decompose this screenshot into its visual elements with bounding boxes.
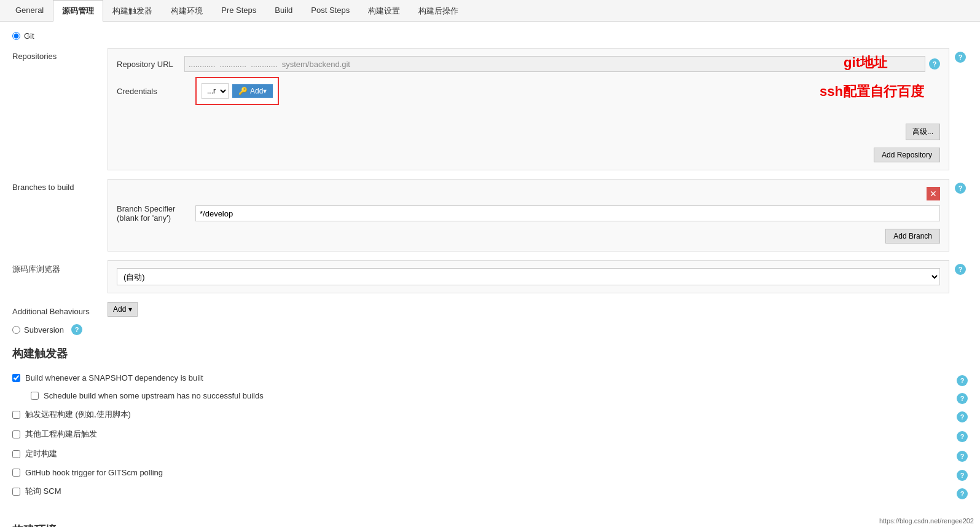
add-repository-button[interactable]: Add Repository [874, 148, 940, 162]
source-browser-help-icon[interactable]: ? [955, 264, 966, 275]
source-browser-select[interactable]: (自动) [117, 268, 940, 285]
tab-triggers[interactable]: 构建触发器 [103, 0, 162, 22]
tab-bar: General源码管理构建触发器构建环境Pre StepsBuildPost S… [0, 0, 980, 22]
trigger-snapshot-checkbox[interactable] [12, 374, 20, 382]
annotation-ssh: ssh配置自行百度 [820, 82, 924, 101]
repositories-section: Repositories Repository URL ? Credential… [12, 48, 968, 170]
advanced-row: 高级... [117, 124, 940, 144]
trigger-row-5: 轮询 SCM ? [12, 486, 968, 502]
trigger-poll-help-icon[interactable]: ? [957, 488, 968, 499]
additional-behaviours-row: Additional Behaviours Add ▾ [12, 302, 968, 317]
tab-source[interactable]: 源码管理 [53, 0, 103, 22]
trigger-remote-help-icon[interactable]: ? [957, 411, 968, 422]
trigger-github-help-icon[interactable]: ? [957, 470, 968, 481]
git-radio[interactable] [12, 32, 20, 40]
git-label: Git [24, 31, 34, 41]
add-credentials-button[interactable]: 🔑 Add▾ [232, 84, 273, 98]
tab-presteps[interactable]: Pre Steps [212, 0, 265, 22]
source-browser-help-col: ? [949, 260, 968, 275]
source-browser-content: (自动) [108, 260, 949, 293]
branches-content: ✕ Branch Specifier (blank for 'any') Add… [108, 179, 949, 252]
repo-url-help-icon[interactable]: ? [929, 58, 940, 69]
advanced-button[interactable]: 高级... [906, 124, 940, 140]
repositories-label: Repositories [12, 48, 108, 61]
dropdown-arrow-icon: ▾ [128, 305, 132, 314]
additional-behaviours-label: Additional Behaviours [12, 303, 108, 316]
trigger-row-4: GitHub hook trigger for GITScm polling ? [12, 468, 968, 482]
trigger-other-label: 其他工程构建后触发 [25, 429, 97, 440]
branches-label: Branches to build [12, 179, 108, 192]
trigger-row-2: 其他工程构建后触发 ? [12, 429, 968, 445]
add-repo-row: Add Repository [117, 144, 940, 162]
trigger-schedule-help-icon[interactable]: ? [957, 393, 968, 404]
repo-url-label: Repository URL [117, 60, 184, 69]
subversion-help-icon[interactable]: ? [71, 324, 82, 335]
build-triggers-heading: 构建触发器 [12, 346, 968, 361]
tab-poststeps[interactable]: Post Steps [302, 0, 359, 22]
annotation-git: git地址 [844, 53, 887, 72]
trigger-other-checkbox[interactable] [12, 430, 20, 438]
trigger-timed-checkbox[interactable] [12, 450, 20, 458]
trigger-remote-label: 触发远程构建 (例如,使用脚本) [25, 409, 131, 420]
trigger-row-0: Build whenever a SNAPSHOT dependency is … [12, 373, 968, 387]
tab-env[interactable]: 构建环境 [162, 0, 212, 22]
tab-build[interactable]: Build [265, 0, 302, 22]
trigger-snapshot-help-icon[interactable]: ? [957, 375, 968, 386]
add-behaviour-button[interactable]: Add ▾ [108, 302, 138, 317]
trigger-snapshot-label: Build whenever a SNAPSHOT dependency is … [25, 373, 203, 382]
main-content: Git Repositories Repository URL ? Creden… [0, 22, 980, 527]
trigger-timed-help-icon[interactable]: ? [957, 451, 968, 462]
source-browser-label: 源码库浏览器 [12, 260, 108, 275]
repos-help-col: ? [949, 48, 968, 63]
additional-behaviours-content: Add ▾ [108, 302, 138, 317]
source-browser-section: 源码库浏览器 (自动) ? [12, 260, 968, 293]
trigger-row-3: 定时构建 ? [12, 448, 968, 464]
tab-settings[interactable]: 构建设置 [359, 0, 409, 22]
trigger-other-help-icon[interactable]: ? [957, 431, 968, 442]
trigger-poll-checkbox[interactable] [12, 488, 20, 496]
trigger-sub-row-0: Schedule build when some upstream has no… [12, 391, 968, 405]
credentials-box: ...r 🔑 Add▾ [195, 77, 279, 105]
footer-url: https://blog.csdn.net/rengee202 [879, 517, 974, 525]
credentials-row: Credentials ...r 🔑 Add▾ [117, 77, 940, 105]
branch-specifier-input[interactable] [195, 205, 940, 221]
trigger-schedule-label: Schedule build when some upstream has no… [44, 391, 264, 400]
trigger-timed-label: 定时构建 [25, 448, 57, 459]
add-branch-row: Add Branch [117, 229, 940, 244]
trigger-row-1: 触发远程构建 (例如,使用脚本) ? [12, 409, 968, 425]
branches-section: Branches to build ✕ Branch Specifier (bl… [12, 179, 968, 252]
trigger-poll-label: 轮询 SCM [25, 486, 61, 497]
credentials-label: Credentials [117, 87, 190, 96]
branches-help-col: ? [949, 179, 968, 194]
git-radio-row: Git [12, 31, 968, 41]
branches-help-icon[interactable]: ? [955, 183, 966, 194]
repositories-content: Repository URL ? Credentials ...r 🔑 Add▾ [108, 48, 949, 170]
subversion-label: Subversion [24, 325, 64, 335]
trigger-github-checkbox[interactable] [12, 469, 20, 477]
credentials-select[interactable]: ...r [202, 83, 229, 99]
trigger-github-label: GitHub hook trigger for GITScm polling [25, 468, 163, 477]
subversion-row: Subversion ? [12, 324, 968, 335]
branch-specifier-row: Branch Specifier (blank for 'any') [117, 204, 940, 223]
branch-specifier-label: Branch Specifier (blank for 'any') [117, 204, 190, 223]
key-icon: 🔑 [238, 87, 248, 95]
build-env-heading: 构建环境 [12, 523, 968, 527]
add-branch-button[interactable]: Add Branch [885, 229, 940, 244]
repo-url-input[interactable] [184, 56, 925, 72]
trigger-remote-checkbox[interactable] [12, 411, 20, 419]
subversion-radio[interactable] [12, 326, 20, 334]
url-row: Repository URL ? [117, 56, 940, 72]
delete-branch-button[interactable]: ✕ [927, 187, 940, 200]
tab-general[interactable]: General [6, 0, 53, 22]
tab-postbuild[interactable]: 构建后操作 [409, 0, 468, 22]
trigger-schedule-checkbox[interactable] [31, 392, 39, 400]
repos-help-icon[interactable]: ? [955, 52, 966, 63]
trigger-section: Build whenever a SNAPSHOT dependency is … [12, 367, 968, 512]
